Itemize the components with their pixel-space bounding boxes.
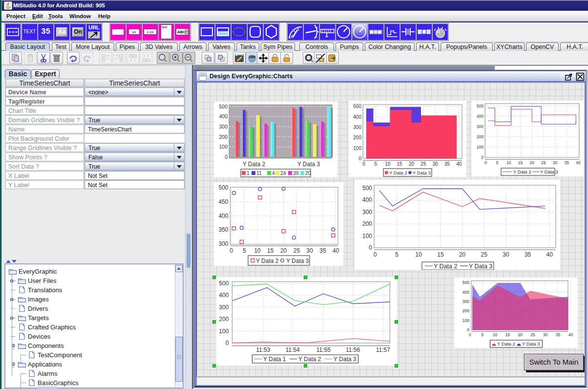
- svg-text:10: 10: [493, 332, 498, 337]
- svg-text:300: 300: [219, 124, 228, 130]
- svg-text:200: 200: [219, 134, 228, 140]
- svg-text:15: 15: [437, 251, 444, 258]
- svg-text:25: 25: [294, 247, 300, 254]
- svg-text:100: 100: [353, 146, 361, 151]
- svg-text:100: 100: [462, 318, 469, 323]
- svg-text:450: 450: [218, 198, 228, 205]
- svg-text:15: 15: [397, 161, 403, 167]
- svg-text:0: 0: [467, 327, 469, 332]
- svg-text:100: 100: [477, 145, 483, 150]
- svg-text:20: 20: [459, 251, 466, 258]
- svg-text:200: 200: [219, 316, 229, 323]
- svg-text:300: 300: [218, 240, 228, 247]
- svg-text:200: 200: [362, 220, 372, 227]
- svg-text:35: 35: [444, 161, 450, 167]
- svg-text:11:57: 11:57: [376, 346, 390, 353]
- svg-text:40: 40: [333, 247, 339, 254]
- svg-text:Y Data 2: Y Data 2: [256, 258, 279, 264]
- svg-text:11:53: 11:53: [256, 346, 270, 353]
- svg-text:15: 15: [518, 160, 523, 165]
- svg-text:200: 200: [462, 308, 469, 313]
- svg-text:5: 5: [481, 332, 483, 337]
- svg-text:300: 300: [477, 124, 483, 129]
- svg-text:Y Data 2: Y Data 2: [389, 170, 407, 175]
- svg-text:5: 5: [395, 251, 399, 258]
- svg-text:5: 5: [243, 247, 246, 254]
- svg-text:10: 10: [385, 161, 391, 167]
- svg-text:30: 30: [503, 251, 509, 258]
- svg-text:25: 25: [541, 160, 546, 165]
- svg-text:Y Data 2: Y Data 2: [497, 341, 515, 346]
- svg-text:Y Data 2: Y Data 2: [434, 263, 457, 270]
- svg-text:35: 35: [319, 247, 326, 254]
- svg-text:400: 400: [477, 114, 483, 119]
- svg-text:0: 0: [225, 154, 228, 160]
- svg-text:Y Data 3: Y Data 3: [522, 341, 540, 346]
- svg-text:0: 0: [358, 156, 361, 161]
- svg-text:100: 100: [219, 144, 228, 150]
- svg-text:1: 1: [247, 170, 250, 176]
- svg-text:20: 20: [529, 160, 534, 165]
- svg-text:24: 24: [280, 170, 286, 176]
- svg-text:100: 100: [362, 233, 372, 239]
- svg-text:0: 0: [369, 244, 372, 251]
- svg-text:350: 350: [218, 226, 228, 233]
- svg-text:Y Data 2: Y Data 2: [513, 169, 531, 174]
- svg-text:40: 40: [576, 160, 581, 165]
- svg-text:30: 30: [553, 160, 558, 165]
- svg-text:Y Data 2: Y Data 2: [243, 161, 266, 168]
- svg-text:25: 25: [530, 332, 535, 337]
- svg-text:400: 400: [219, 292, 229, 299]
- svg-text:0: 0: [362, 161, 365, 167]
- svg-text:300: 300: [462, 299, 469, 304]
- svg-text:300: 300: [219, 304, 229, 311]
- svg-text:40: 40: [546, 251, 553, 258]
- svg-text:0: 0: [226, 340, 229, 346]
- svg-text:10: 10: [254, 247, 261, 254]
- svg-text:0: 0: [374, 251, 377, 258]
- svg-text:0: 0: [230, 247, 233, 254]
- svg-text:200: 200: [353, 135, 361, 140]
- svg-text:35: 35: [565, 160, 569, 165]
- svg-text:40: 40: [456, 161, 462, 167]
- svg-text:30: 30: [433, 161, 439, 167]
- svg-text:400: 400: [462, 290, 469, 295]
- svg-text:11: 11: [256, 170, 262, 176]
- svg-text:Y Data 3: Y Data 3: [469, 263, 492, 270]
- svg-text:40: 40: [568, 332, 573, 337]
- svg-text:11:56: 11:56: [346, 346, 360, 353]
- svg-text:500: 500: [362, 185, 372, 192]
- svg-text:35: 35: [525, 251, 531, 258]
- svg-text:500: 500: [219, 104, 228, 109]
- svg-text:Y Data 3: Y Data 3: [297, 161, 320, 168]
- svg-text:500: 500: [477, 104, 483, 108]
- svg-text:30: 30: [543, 332, 548, 337]
- svg-text:Y Data 3: Y Data 3: [413, 170, 431, 175]
- svg-text:Y Data 3: Y Data 3: [540, 169, 558, 174]
- svg-text:400: 400: [218, 213, 228, 219]
- svg-text:5: 5: [496, 160, 499, 165]
- svg-text:Y Data 2: Y Data 2: [298, 356, 321, 363]
- svg-text:5: 5: [375, 161, 378, 167]
- svg-text:500: 500: [353, 104, 361, 109]
- svg-text:500: 500: [462, 280, 469, 285]
- svg-text:10: 10: [416, 251, 422, 258]
- svg-text:11:55: 11:55: [316, 346, 331, 353]
- svg-text:200: 200: [477, 134, 483, 139]
- svg-text:400: 400: [219, 113, 228, 119]
- svg-text:300: 300: [353, 125, 361, 130]
- svg-text:500: 500: [219, 280, 229, 287]
- svg-text:20: 20: [409, 161, 415, 167]
- svg-text:20: 20: [280, 247, 287, 254]
- svg-text:400: 400: [353, 114, 361, 120]
- svg-text:30: 30: [307, 247, 314, 254]
- svg-text:4: 4: [272, 170, 275, 176]
- svg-text:10: 10: [506, 160, 511, 165]
- svg-text:25: 25: [420, 161, 426, 167]
- svg-text:400: 400: [362, 196, 372, 203]
- svg-text:Y Data 1: Y Data 1: [263, 356, 286, 363]
- svg-text:Y Data 3: Y Data 3: [334, 356, 357, 363]
- svg-text:0: 0: [481, 155, 483, 160]
- svg-text:25: 25: [481, 251, 488, 258]
- svg-text:100: 100: [219, 328, 229, 335]
